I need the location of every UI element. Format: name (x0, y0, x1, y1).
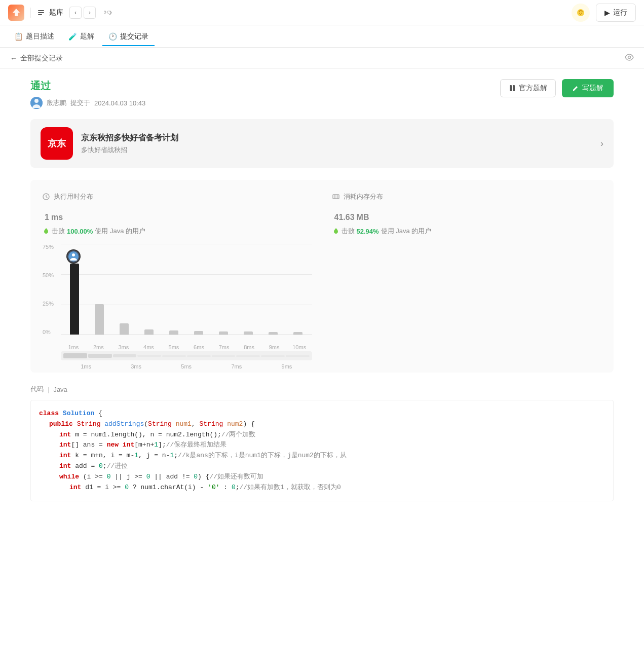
memory-stat-value: 41.63MB (332, 207, 602, 224)
time-number: 1 (45, 213, 49, 221)
tab-submissions[interactable]: 🕐 提交记录 (102, 27, 155, 46)
tabs-bar: 📋 题目描述 🧪 题解 🕐 提交记录 (0, 25, 644, 48)
memory-stat-card: 消耗内存分布 41.63MB 击败 52.94% 使用 Java 的用户 (332, 192, 602, 360)
time-unit: ms (51, 213, 63, 221)
back-button[interactable]: ← 全部提交记录 (10, 54, 63, 63)
back-bar: ← 全部提交记录 (0, 48, 644, 69)
x-label-1ms: 1ms (61, 344, 86, 350)
time-stat-header: 执行用时分布 (43, 192, 312, 201)
description-icon: 📋 (14, 32, 23, 41)
bar-10ms (286, 332, 310, 335)
x-label-7ms: 7ms (211, 344, 237, 350)
flame-icon (43, 228, 50, 235)
memory-beat-prefix: 击败 (342, 227, 355, 236)
main-content: 通过 殷志鹏 提交于 2024.04.03 10:43 (0, 69, 644, 511)
mini-label-1ms: 1ms (81, 363, 91, 369)
tab-solution-label: 题解 (80, 32, 94, 41)
svg-point-6 (628, 56, 631, 59)
ad-logo: 京东 (41, 127, 73, 160)
bar-7ms (212, 331, 236, 335)
x-label-3ms: 3ms (111, 344, 136, 350)
memory-stat-desc: 击败 52.94% 使用 Java 的用户 (332, 227, 602, 236)
nav-label: 题库 (49, 8, 63, 17)
logo[interactable] (8, 5, 24, 21)
ad-banner[interactable]: 京东 京东秋招多快好省备考计划 多快好省战秋招 › (30, 119, 614, 168)
svg-rect-2 (38, 14, 42, 15)
time-stat-title: 执行用时分布 (54, 192, 93, 201)
time-beat-pct: 100.00% (67, 228, 93, 235)
tab-solution[interactable]: 🧪 题解 (62, 27, 100, 46)
official-btn-label: 官方题解 (519, 84, 547, 93)
shuffle-button[interactable] (102, 7, 114, 19)
problem-bank-nav[interactable]: 题库 (37, 8, 63, 17)
memory-icon (332, 193, 339, 200)
x-label-4ms: 4ms (136, 344, 162, 350)
submitter-info: 殷志鹏 提交于 2024.04.03 10:43 (30, 97, 145, 109)
list-icon (37, 9, 45, 17)
submissions-icon: 🕐 (108, 32, 117, 41)
memory-beat-pct: 52.94% (357, 228, 379, 235)
submitter-name: 殷志鹏 (47, 98, 66, 107)
time-beat-suffix: 使用 Java 的用户 (95, 227, 145, 236)
tab-description[interactable]: 📋 题目描述 (8, 27, 60, 46)
play-icon: ▶ (604, 9, 610, 17)
run-button[interactable]: ▶ 运行 (596, 4, 636, 22)
ad-subtitle: 多快好省战秋招 (81, 145, 178, 155)
next-button[interactable]: › (84, 7, 96, 19)
memory-stat-header: 消耗内存分布 (332, 192, 602, 201)
code-line-4: int[] ans = new int[m+n+1];//保存最终相加结果 (39, 440, 605, 451)
stats-grid: 执行用时分布 1ms 击败 100.00% 使用 Java 的用户 (43, 192, 601, 360)
status-right: 官方题解 写题解 (500, 79, 614, 97)
eye-icon[interactable] (625, 53, 634, 63)
memory-number: 41.63 (334, 213, 355, 221)
code-separator: | (48, 386, 49, 393)
mini-label-5ms: 5ms (181, 363, 192, 369)
x-label-5ms: 5ms (161, 344, 186, 350)
ad-text: 京东秋招多快好省备考计划 多快好省战秋招 (81, 133, 178, 155)
x-label-6ms: 6ms (186, 344, 212, 350)
bar-1ms (63, 264, 87, 335)
code-header: 代码 | Java (30, 385, 614, 394)
clock-icon (43, 193, 50, 200)
svg-rect-9 (513, 85, 515, 91)
bar-9ms (261, 332, 285, 335)
debug-icon (576, 8, 586, 18)
bar-5ms (162, 330, 186, 335)
mini-label-3ms: 3ms (131, 363, 141, 369)
solution-icon: 🧪 (68, 32, 77, 41)
y-label-25: 25% (43, 301, 54, 307)
book-icon (509, 85, 516, 92)
official-solution-button[interactable]: 官方题解 (500, 79, 556, 97)
submission-status: 通过 (30, 79, 145, 93)
edit-icon (572, 85, 579, 92)
mini-chart (61, 351, 312, 360)
tab-submissions-label: 提交记录 (120, 32, 148, 41)
tab-description-label: 题目描述 (26, 32, 54, 41)
flame-icon-2 (332, 228, 339, 235)
code-block[interactable]: class Solution { public String addString… (30, 400, 614, 501)
back-text: 全部提交记录 (20, 54, 63, 63)
memory-unit: MB (357, 213, 369, 221)
prev-button[interactable]: ‹ (69, 7, 82, 19)
header-divider (30, 8, 31, 18)
memory-stat-title: 消耗内存分布 (344, 192, 383, 201)
time-beat-prefix: 击败 (52, 227, 65, 236)
time-stat-value: 1ms (43, 207, 312, 224)
svg-point-5 (581, 13, 582, 14)
bar-8ms (237, 331, 260, 335)
y-label-75: 75% (43, 244, 54, 250)
write-btn-label: 写题解 (582, 84, 603, 93)
code-line-7: while (i >= 0 || j >= 0 || add != 0) {//… (39, 472, 605, 483)
x-label-8ms: 8ms (237, 344, 262, 350)
status-section: 通过 殷志鹏 提交于 2024.04.03 10:43 (30, 79, 614, 109)
svg-rect-8 (510, 85, 512, 91)
submit-time: 2024.04.03 10:43 (94, 99, 145, 107)
write-solution-button[interactable]: 写题解 (562, 79, 614, 97)
code-section: 代码 | Java class Solution { public String… (30, 385, 614, 501)
run-label: 运行 (613, 8, 627, 17)
code-line-3: int m = num1.length(), n = num2.length()… (39, 430, 605, 440)
chart-marker (66, 249, 81, 264)
svg-rect-0 (38, 10, 44, 11)
debug-button[interactable] (572, 4, 590, 22)
svg-rect-1 (38, 12, 44, 13)
